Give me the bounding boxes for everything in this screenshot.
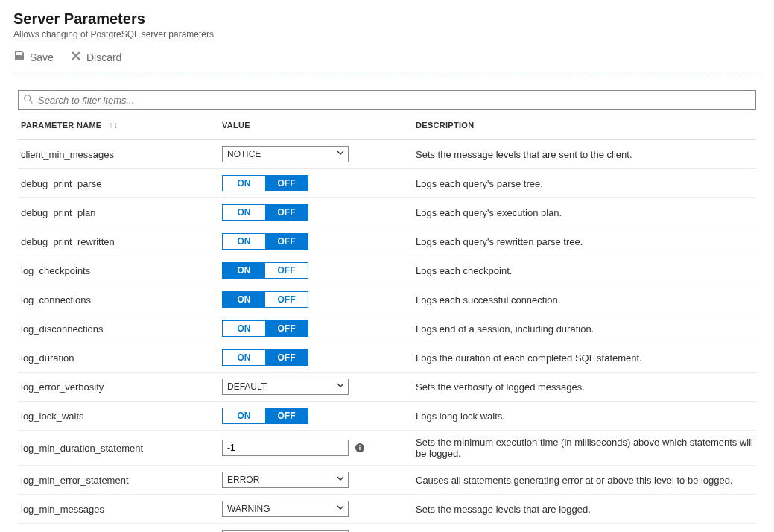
toggle-on[interactable]: ON	[223, 176, 265, 191]
param-select-value: ERROR	[227, 475, 259, 485]
param-description: Logs each query's rewritten parse tree.	[413, 227, 756, 256]
param-description: Logs each successful connection.	[413, 285, 756, 314]
param-description: Sets the minimum execution time (in mill…	[413, 431, 756, 466]
param-input[interactable]	[222, 440, 349, 456]
param-select-value: WARNING	[227, 504, 270, 514]
toggle-on[interactable]: ON	[223, 263, 265, 278]
param-description: Logs each query's parse tree.	[413, 169, 756, 198]
param-name: log_min_error_statement	[18, 466, 219, 495]
param-value-cell: NOTICE	[219, 140, 413, 169]
toggle-on[interactable]: ON	[223, 321, 265, 336]
param-toggle[interactable]: ONOFF	[222, 233, 308, 250]
table-row: log_min_messagesWARNINGSets the message …	[18, 495, 756, 524]
param-select[interactable]: WARNING	[222, 501, 349, 517]
col-header-description[interactable]: DESCRIPTION	[413, 110, 756, 140]
param-select-value: NOTICE	[227, 149, 261, 159]
page-subtitle: Allows changing of PostgreSQL server par…	[13, 29, 761, 39]
param-name: log_checkpoints	[18, 256, 219, 285]
col-header-description-label: DESCRIPTION	[416, 121, 474, 130]
param-value-cell: ONOFF	[219, 256, 413, 285]
col-header-value-label: VALUE	[222, 121, 250, 130]
table-row: debug_print_planONOFFLogs each query's e…	[18, 198, 756, 227]
toggle-off[interactable]: OFF	[265, 292, 308, 307]
param-description: Logs end of a session, including duratio…	[413, 314, 756, 343]
discard-button[interactable]: Discard	[70, 50, 121, 64]
param-value-cell: DEFAULT	[219, 373, 413, 402]
table-row: log_connectionsONOFFLogs each successful…	[18, 285, 756, 314]
parameters-table: PARAMETER NAME ↑↓ VALUE DESCRIPTION clie…	[18, 110, 756, 532]
param-description: Logs the duration of each completed SQL …	[413, 343, 756, 373]
col-header-value[interactable]: VALUE	[219, 110, 413, 140]
param-select[interactable]: DEFAULT	[222, 379, 349, 395]
param-value-cell: ONOFF	[219, 314, 413, 343]
svg-rect-3	[359, 447, 360, 450]
param-value-cell	[219, 431, 413, 466]
toggle-on[interactable]: ON	[223, 292, 265, 307]
search-input[interactable]	[38, 95, 751, 106]
discard-label: Discard	[86, 51, 121, 63]
toggle-on[interactable]: ON	[223, 350, 265, 365]
table-row: debug_print_rewrittenONOFFLogs each quer…	[18, 227, 756, 256]
close-icon	[70, 50, 82, 64]
param-toggle[interactable]: ONOFF	[222, 320, 308, 337]
param-toggle[interactable]: ONOFF	[222, 262, 308, 279]
param-name: client_min_messages	[18, 140, 219, 169]
toggle-on[interactable]: ON	[223, 234, 265, 249]
toggle-off[interactable]: OFF	[265, 263, 308, 278]
toggle-on[interactable]: ON	[223, 408, 265, 423]
param-name: log_min_duration_statement	[18, 431, 219, 466]
table-row: log_min_duration_statementSets the minim…	[18, 431, 756, 466]
param-toggle[interactable]: ONOFF	[222, 291, 308, 308]
table-row: client_min_messagesNOTICESets the messag…	[18, 140, 756, 169]
param-description: Logs long lock waits.	[413, 402, 756, 431]
param-name: log_error_verbosity	[18, 373, 219, 402]
toggle-off[interactable]: OFF	[265, 234, 308, 249]
col-header-name-label: PARAMETER NAME	[21, 121, 102, 130]
param-name: log_min_messages	[18, 495, 219, 524]
table-row: log_error_verbosityDEFAULTSets the verbo…	[18, 373, 756, 402]
table-row: log_disconnectionsONOFFLogs end of a ses…	[18, 314, 756, 343]
sort-icon: ↑↓	[109, 120, 118, 130]
toggle-off[interactable]: OFF	[265, 176, 308, 191]
save-icon	[13, 50, 25, 64]
info-icon	[355, 443, 365, 453]
toolbar: Save Discard	[13, 50, 761, 72]
param-name: log_duration	[18, 343, 219, 373]
param-select[interactable]: NOTICE	[222, 146, 349, 162]
param-name: log_retention_days	[18, 524, 219, 533]
page-title: Server Parameters	[13, 10, 761, 28]
param-value-cell: ONOFF	[219, 227, 413, 256]
toggle-off[interactable]: OFF	[265, 408, 308, 423]
param-value-cell: ONOFF	[219, 169, 413, 198]
svg-line-1	[30, 100, 33, 103]
param-toggle[interactable]: ONOFF	[222, 175, 308, 191]
toggle-off[interactable]: OFF	[265, 321, 308, 336]
param-description: Sets the message levels that are sent to…	[413, 140, 756, 169]
search-input-wrap[interactable]	[18, 90, 756, 110]
param-description: Logs each query's execution plan.	[413, 198, 756, 227]
param-toggle[interactable]: ONOFF	[222, 204, 308, 221]
param-value-cell: ERROR	[219, 466, 413, 495]
table-row: log_durationONOFFLogs the duration of ea…	[18, 343, 756, 373]
param-name: debug_print_parse	[18, 169, 219, 198]
param-value-cell	[219, 524, 413, 533]
toggle-off[interactable]: OFF	[265, 205, 308, 220]
param-select[interactable]: ERROR	[222, 472, 349, 488]
table-row: debug_print_parseONOFFLogs each query's …	[18, 169, 756, 198]
save-button[interactable]: Save	[13, 50, 54, 64]
chevron-down-icon	[336, 147, 345, 162]
chevron-down-icon	[336, 472, 345, 487]
toggle-off[interactable]: OFF	[265, 350, 308, 365]
param-value-cell: ONOFF	[219, 285, 413, 314]
toggle-on[interactable]: ON	[223, 205, 265, 220]
table-row: log_lock_waitsONOFFLogs long lock waits.	[18, 402, 756, 431]
svg-rect-4	[359, 445, 360, 446]
param-name: debug_print_plan	[18, 198, 219, 227]
param-toggle[interactable]: ONOFF	[222, 349, 308, 366]
chevron-down-icon	[336, 379, 345, 394]
svg-point-0	[25, 95, 31, 101]
param-description: Sets how many days a log file is saved f…	[413, 524, 756, 533]
table-row: log_retention_daysSets how many days a l…	[18, 524, 756, 533]
param-toggle[interactable]: ONOFF	[222, 408, 308, 424]
col-header-name[interactable]: PARAMETER NAME ↑↓	[18, 110, 219, 140]
